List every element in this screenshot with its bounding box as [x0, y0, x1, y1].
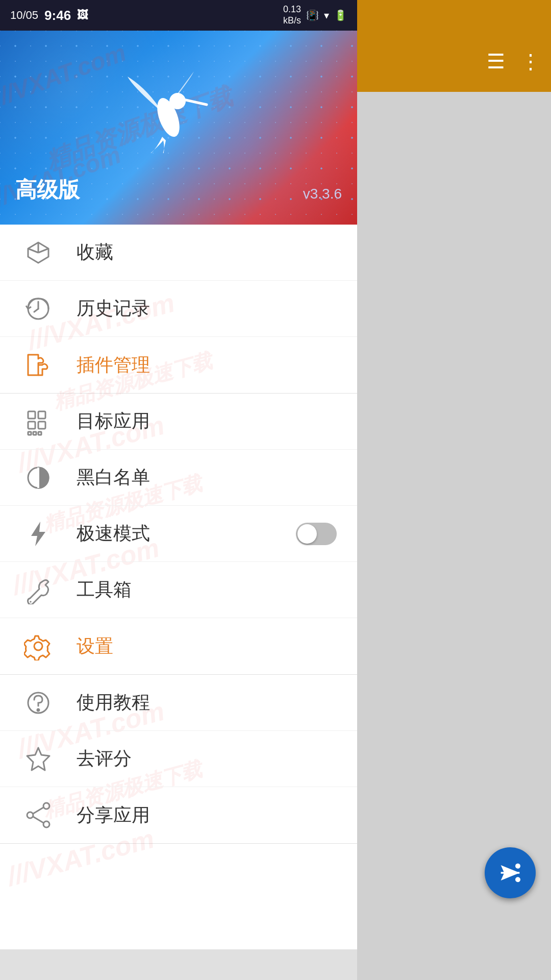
blacklist-label: 黑白名单	[77, 465, 150, 490]
tutorial-label: 使用教程	[77, 690, 150, 715]
grid-icon	[20, 404, 56, 439]
puzzle-icon	[20, 347, 56, 383]
gear-icon	[20, 628, 56, 664]
svg-line-23	[33, 817, 43, 823]
hummingbird-logo	[117, 61, 219, 153]
svg-marker-18	[27, 748, 49, 770]
right-header: ☰ ⋮	[357, 0, 551, 92]
gallery-icon: 🖼	[77, 9, 88, 22]
status-bar: 10/05 9:46 🖼 0.13 kB/s 📳 ▾ 🔋	[0, 0, 357, 31]
history-label: 历史记录	[77, 296, 150, 321]
status-date: 10/05	[10, 9, 38, 22]
menu-item-plugins[interactable]: 插件管理	[0, 337, 357, 393]
svg-rect-10	[38, 432, 41, 435]
menu-item-share[interactable]: 分享应用	[0, 787, 357, 843]
menu-item-settings[interactable]: 设置	[0, 618, 357, 674]
turbo-label: 极速模式	[77, 521, 150, 546]
history-icon	[20, 291, 56, 327]
share-label: 分享应用	[77, 803, 150, 828]
toolbox-label: 工具箱	[77, 577, 132, 602]
menu-section-2: 目标应用 黑白名单 极速模式	[0, 394, 357, 675]
svg-point-15	[34, 642, 42, 650]
vibrate-icon: 📳	[306, 9, 319, 21]
svg-rect-9	[33, 432, 36, 435]
header-banner: ///VXAT.com 精品资源极速下载 ///VXAT.com 高级版	[0, 31, 357, 225]
star-icon	[20, 741, 56, 777]
menu-item-history[interactable]: 历史记录	[0, 281, 357, 337]
status-left: 10/05 9:46 🖼	[10, 8, 88, 23]
share-icon	[20, 797, 56, 833]
svg-rect-6	[28, 422, 35, 429]
halfcircle-icon	[20, 460, 56, 496]
fab-button[interactable]	[485, 847, 536, 898]
banner-title: 高级版	[15, 176, 80, 204]
menu-item-blacklist[interactable]: 黑白名单	[0, 450, 357, 506]
menu-item-rate[interactable]: 去评分	[0, 731, 357, 787]
wifi-icon: ▾	[324, 9, 329, 21]
battery-icon: 🔋	[334, 9, 347, 21]
menu-item-toolbox[interactable]: 工具箱	[0, 562, 357, 618]
menu-section-3: 使用教程 去评分 分享应用	[0, 675, 357, 844]
rate-label: 去评分	[77, 746, 132, 771]
svg-marker-13	[31, 522, 45, 546]
svg-line-2	[184, 100, 207, 105]
favorites-label: 收藏	[77, 240, 113, 265]
more-icon[interactable]: ⋮	[520, 50, 541, 73]
svg-rect-4	[28, 411, 35, 419]
svg-line-22	[33, 807, 43, 814]
network-speed: 0.13 kB/s	[283, 4, 301, 26]
svg-point-26	[515, 864, 520, 869]
svg-point-1	[169, 93, 186, 109]
turbo-toggle-knob	[297, 524, 317, 544]
svg-rect-5	[38, 411, 45, 419]
turbo-toggle[interactable]	[296, 523, 337, 545]
svg-point-19	[43, 803, 49, 809]
plugins-label: 插件管理	[77, 353, 150, 378]
menu-section-1: 收藏 历史记录 插件管理	[0, 225, 357, 394]
svg-rect-8	[28, 432, 31, 435]
filter-icon[interactable]: ☰	[487, 50, 505, 73]
svg-point-27	[515, 877, 520, 882]
right-panel: ☰ ⋮	[357, 0, 551, 980]
menu-item-tutorial[interactable]: 使用教程	[0, 675, 357, 731]
wrench-icon	[20, 572, 56, 608]
svg-line-14	[30, 601, 31, 602]
svg-point-17	[37, 709, 39, 711]
question-icon	[20, 685, 56, 721]
target-apps-label: 目标应用	[77, 409, 150, 434]
status-right: 0.13 kB/s 📳 ▾ 🔋	[283, 4, 347, 26]
bolt-icon	[20, 516, 56, 552]
svg-point-21	[43, 821, 49, 827]
banner-version: v3.3.6	[303, 186, 342, 202]
status-time: 9:46	[44, 8, 71, 23]
svg-point-20	[27, 812, 33, 818]
menu-item-favorites[interactable]: 收藏	[0, 225, 357, 281]
menu-item-target-apps[interactable]: 目标应用	[0, 394, 357, 450]
menu-item-turbo[interactable]: 极速模式	[0, 506, 357, 562]
cube-icon	[20, 235, 56, 271]
drawer-panel: 10/05 9:46 🖼 0.13 kB/s 📳 ▾ 🔋 ///VXAT.com…	[0, 0, 357, 949]
svg-rect-7	[38, 422, 45, 429]
settings-label: 设置	[77, 634, 113, 659]
turbo-toggle-switch[interactable]	[296, 523, 337, 545]
